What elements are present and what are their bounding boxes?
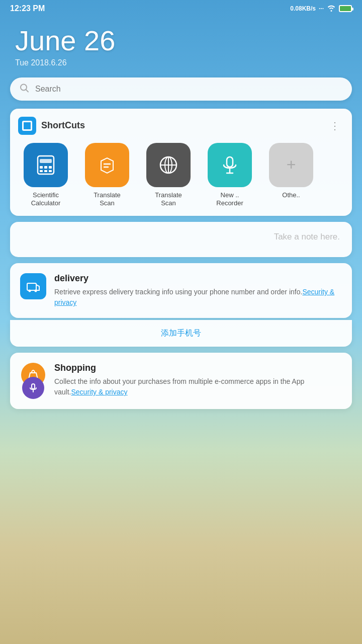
search-icon bbox=[19, 83, 29, 95]
shortcuts-title-row: ShortCuts bbox=[18, 117, 85, 135]
app-item-recorder[interactable]: New ..Recorder bbox=[202, 143, 257, 208]
status-time: 12:23 PM bbox=[10, 4, 45, 13]
shortcuts-header: ShortCuts ⋮ bbox=[18, 117, 344, 135]
delivery-title: delivery bbox=[54, 273, 342, 284]
svg-rect-5 bbox=[44, 166, 47, 169]
battery-icon bbox=[339, 5, 352, 12]
content-area: ShortCuts ⋮ bbox=[0, 109, 362, 410]
note-card[interactable]: Take a note here. bbox=[10, 222, 352, 257]
more-options-button[interactable]: ⋮ bbox=[326, 118, 344, 134]
shopping-text: Shopping Collect the info about your pur… bbox=[54, 363, 342, 397]
add-phone-section: 添加手机号 bbox=[10, 320, 352, 347]
shopping-desc: Collect the info about your purchases fr… bbox=[54, 376, 342, 397]
translate-scan-icon bbox=[85, 143, 129, 187]
shortcuts-icon bbox=[18, 117, 36, 135]
app-item-scientific-calc[interactable]: ScientificCalculator bbox=[18, 143, 73, 208]
shortcuts-icon-inner bbox=[22, 121, 32, 131]
recorder-label: New ..Recorder bbox=[216, 191, 243, 208]
other-icon: + bbox=[269, 143, 313, 187]
app-item-other[interactable]: + Othe.. bbox=[263, 143, 319, 208]
svg-rect-17 bbox=[27, 283, 36, 290]
date-section: June 26 Tue 2018.6.26 bbox=[0, 15, 362, 72]
delivery-text: delivery Retrieve express delivery track… bbox=[54, 273, 342, 308]
delivery-icon bbox=[20, 273, 46, 299]
wifi-icon bbox=[327, 5, 336, 13]
delivery-desc: Retrieve express delivery tracking info … bbox=[54, 287, 342, 308]
delivery-inner: delivery Retrieve express delivery track… bbox=[20, 273, 342, 308]
svg-rect-14 bbox=[227, 157, 233, 167]
date-small: Tue 2018.6.26 bbox=[15, 58, 347, 67]
svg-rect-4 bbox=[40, 166, 43, 169]
status-right: 0.08KB/s ··· bbox=[290, 5, 352, 13]
voice-icon bbox=[22, 377, 44, 399]
delivery-card: delivery Retrieve express delivery track… bbox=[10, 263, 352, 318]
app-item-translate-scan[interactable]: TranslateScan bbox=[79, 143, 135, 208]
svg-point-18 bbox=[29, 290, 31, 292]
status-bar: 12:23 PM 0.08KB/s ··· bbox=[0, 0, 362, 15]
globe-icon bbox=[146, 143, 191, 187]
app-item-globe[interactable]: TranslateScan bbox=[141, 143, 196, 208]
network-speed: 0.08KB/s bbox=[290, 5, 316, 12]
svg-rect-9 bbox=[49, 170, 52, 172]
note-placeholder: Take a note here. bbox=[22, 232, 340, 242]
shopping-title: Shopping bbox=[54, 363, 342, 373]
shortcuts-title: ShortCuts bbox=[41, 120, 85, 131]
svg-rect-7 bbox=[40, 170, 43, 172]
scientific-calc-label: ScientificCalculator bbox=[31, 191, 61, 208]
shopping-inner: Shopping Collect the info about your pur… bbox=[20, 363, 342, 399]
translate-scan-label: TranslateScan bbox=[94, 191, 121, 208]
globe-label: TranslateScan bbox=[155, 191, 182, 208]
search-container bbox=[10, 77, 352, 101]
date-large: June 26 bbox=[15, 25, 347, 56]
shopping-privacy-link[interactable]: Security & privacy bbox=[71, 388, 127, 396]
svg-rect-6 bbox=[49, 166, 52, 169]
svg-rect-8 bbox=[44, 170, 47, 172]
add-phone-button[interactable]: 添加手机号 bbox=[161, 329, 201, 337]
signal-icon: ··· bbox=[319, 5, 324, 12]
delivery-privacy-link[interactable]: Security & privacy bbox=[54, 288, 334, 306]
svg-line-1 bbox=[26, 90, 29, 92]
shortcuts-card: ShortCuts ⋮ bbox=[10, 109, 352, 216]
svg-rect-20 bbox=[32, 384, 35, 389]
shopping-icons bbox=[20, 363, 46, 399]
svg-rect-3 bbox=[40, 159, 52, 163]
apps-row: ScientificCalculator TranslateScan bbox=[18, 143, 344, 208]
plus-icon: + bbox=[287, 155, 296, 174]
other-label: Othe.. bbox=[282, 191, 300, 200]
shopping-card: Shopping Collect the info about your pur… bbox=[10, 353, 352, 409]
search-input[interactable] bbox=[10, 77, 352, 101]
scientific-calc-icon bbox=[24, 143, 68, 187]
svg-point-19 bbox=[35, 290, 37, 292]
recorder-icon bbox=[208, 143, 252, 187]
